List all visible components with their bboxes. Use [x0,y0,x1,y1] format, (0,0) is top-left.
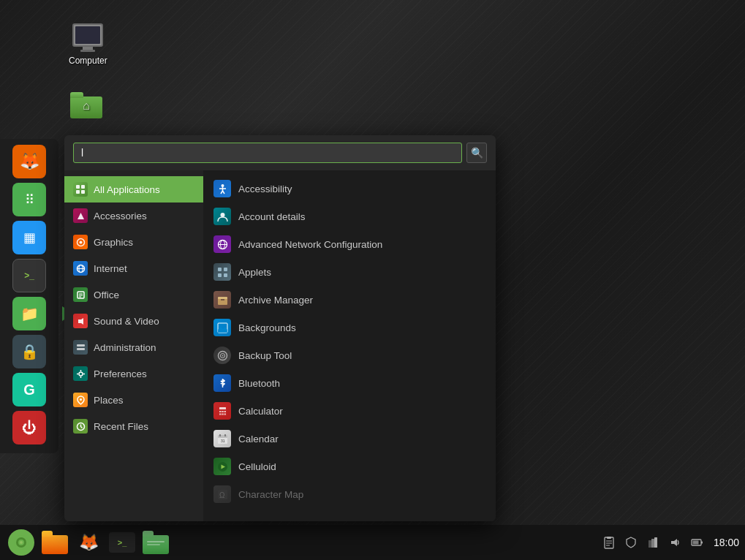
calculator-icon [213,402,231,420]
svg-rect-14 [77,344,85,347]
account-details-icon [213,208,231,225]
category-all-label: All Applications [94,184,160,195]
svg-rect-3 [81,190,85,194]
svg-text:31: 31 [221,439,225,443]
svg-point-5 [79,241,82,243]
tray-shield[interactable] [623,534,639,550]
admin-cat-icon [73,340,88,355]
panel-icon-files[interactable]: 📁 [12,297,46,330]
accessories-cat-icon [73,208,88,223]
app-archive-manager[interactable]: Archive Manager [203,286,496,314]
category-preferences[interactable]: Preferences [64,360,203,387]
svg-rect-2 [76,190,80,194]
taskbar-terminal-icon: >_ [109,532,135,553]
panel-icon-grammarly[interactable]: G [12,373,46,406]
search-button[interactable]: 🔍 [466,143,487,163]
panel-icon-lock[interactable]: 🔒 [12,335,46,368]
taskbar-firefox[interactable]: 🦊 [73,529,104,556]
svg-rect-49 [224,411,226,412]
bluetooth-icon [213,374,231,392]
clock: 18:00 [711,537,739,548]
taskbar-files[interactable] [140,529,171,556]
svg-rect-47 [219,411,222,412]
app-calculator-label: Calculator [238,406,283,417]
category-places[interactable]: Places [64,387,203,413]
home-folder-icon: ⌂ [69,88,104,123]
all-applications-icon [73,182,88,197]
svg-rect-32 [218,268,222,271]
sound-cat-icon [73,314,88,328]
taskbar-mint-menu[interactable] [6,529,37,556]
svg-rect-33 [224,268,227,271]
svg-rect-48 [222,411,224,412]
app-bluetooth[interactable]: Bluetooth [203,369,496,397]
svg-rect-51 [222,413,224,415]
svg-rect-37 [218,297,227,299]
app-applets-label: Applets [238,267,271,278]
backup-tool-icon [213,347,231,364]
tray-clipboard[interactable] [601,534,617,550]
taskbar-firefox-icon: 🦊 [79,533,99,552]
app-advanced-network-label: Advanced Network Configuration [238,239,382,250]
panel-icon-tablet[interactable]: ▦ [12,221,46,254]
app-celluloid[interactable]: Celluloid [203,453,496,480]
category-sound-video[interactable]: Sound & Video [64,308,203,334]
svg-rect-73 [654,537,657,548]
app-advanced-network[interactable]: Advanced Network Configuration [203,230,496,258]
taskbar-folder[interactable] [39,529,70,556]
svg-rect-34 [218,273,222,277]
category-accessories[interactable]: Accessories [64,203,203,229]
internet-cat-icon [73,261,88,276]
app-backup-tool[interactable]: Backup Tool [203,341,496,369]
svg-rect-72 [651,539,654,548]
panel-icon-firefox[interactable]: 🦊 [12,145,46,178]
category-sound-label: Sound & Video [94,316,159,327]
mint-logo [8,529,34,556]
category-office-label: Office [94,290,119,300]
svg-marker-13 [78,318,83,325]
svg-point-65 [20,541,23,544]
panel-icon-terminal[interactable]: >_ [12,259,46,292]
category-internet-label: Internet [94,263,127,274]
svg-point-28 [220,213,224,217]
category-administration[interactable]: Administration [64,334,203,360]
app-applets[interactable]: Applets [203,258,496,286]
category-internet[interactable]: Internet [64,255,203,281]
search-icon: 🔍 [471,147,483,159]
svg-rect-52 [224,413,226,415]
category-accessories-label: Accessories [94,211,147,222]
desktop-icon-computer[interactable]: Computer [66,15,110,69]
app-calendar[interactable]: 31 Calendar [203,425,496,453]
tray-volume[interactable] [667,534,683,550]
category-recent-files[interactable]: Recent Files [64,413,203,439]
category-admin-label: Administration [94,342,156,353]
svg-point-16 [79,372,83,376]
svg-rect-76 [701,542,703,544]
panel-icon-power[interactable]: ⏻ [12,411,46,444]
tray-battery[interactable] [689,534,705,550]
taskbar-terminal[interactable]: >_ [107,529,137,556]
app-celluloid-label: Celluloid [238,461,276,472]
app-account-details[interactable]: Account details [203,203,496,230]
backgrounds-icon [213,319,231,336]
panel-icon-appgrid[interactable]: ⠿ [12,183,46,216]
app-account-details-label: Account details [238,211,306,222]
app-accessibility[interactable]: Accessibility [203,175,496,203]
category-graphics[interactable]: Graphics [64,229,203,255]
office-cat-icon [73,287,88,302]
categories-panel: All Applications Accessories Graphics [64,170,203,521]
search-bar: 🔍 [64,135,496,170]
app-calculator[interactable]: Calculator [203,397,496,425]
desktop-icon-home[interactable]: ⌂ [66,85,107,129]
app-backgrounds[interactable]: Backgrounds [203,314,496,341]
category-all-applications[interactable]: All Applications [64,176,203,203]
category-office[interactable]: Office [64,281,203,308]
tray-network[interactable] [645,534,661,550]
app-accessibility-label: Accessibility [238,183,292,194]
svg-rect-71 [648,540,651,548]
svg-marker-74 [671,539,677,546]
search-input[interactable] [73,143,462,163]
menu-content: All Applications Accessories Graphics [64,170,496,521]
app-character-map[interactable]: Ω Character Map [203,480,496,508]
applets-icon [213,263,231,281]
